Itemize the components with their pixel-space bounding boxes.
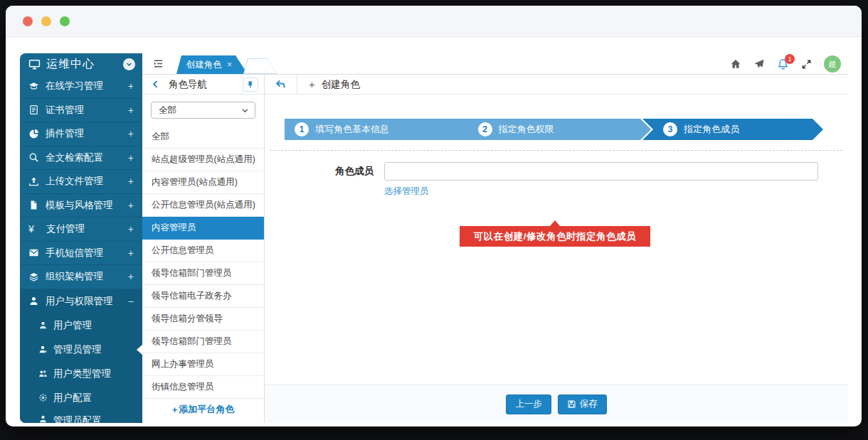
sidebar-subitem-user-config[interactable]: 用户配置 <box>20 386 142 410</box>
sidebar-item-certificates[interactable]: 证书管理 + <box>20 99 142 123</box>
sidebar-group-users-permissions: 用户与权限管理 − 用户管理 管理员管理 用户类型管理 用户配置 <box>20 289 142 424</box>
list-item[interactable]: 内容管理员(站点通用) <box>142 171 264 194</box>
sidebar-item-sms[interactable]: 手机短信管理 + <box>20 242 142 266</box>
sidebar-item-org-structure[interactable]: 组织架构管理 + <box>20 265 142 289</box>
role-members-input[interactable] <box>384 162 818 181</box>
tab-create-role[interactable]: 创建角色 × <box>176 55 248 74</box>
expand-plus-icon: + <box>128 128 134 139</box>
wizard-steps: 1 填写角色基本信息 2 指定角色权限 3 指定角色成员 <box>285 119 828 140</box>
list-item[interactable]: 街镇信息管理员 <box>142 376 264 399</box>
certificate-icon <box>28 104 39 115</box>
active-caret <box>137 345 142 355</box>
wizard-step-1[interactable]: 1 填写角色基本信息 <box>285 119 468 140</box>
sidebar-item-templates[interactable]: 模板与风格管理 + <box>20 194 142 218</box>
list-item[interactable]: 领导信箱电子政务办 <box>142 285 264 308</box>
panel-header: 角色导航 <box>142 75 265 94</box>
select-admin-link[interactable]: 选择管理员 <box>384 186 429 198</box>
list-item[interactable]: 公开信息管理员(站点通用) <box>142 194 264 217</box>
graduation-cap-icon <box>28 81 39 92</box>
role-filter-select[interactable]: 全部 <box>151 102 255 119</box>
add-platform-role-link[interactable]: + 添加平台角色 <box>142 399 264 420</box>
file-icon <box>28 200 39 210</box>
tab-label: 创建角色 <box>186 59 222 71</box>
gear-icon <box>38 393 48 402</box>
bell-icon[interactable]: 1 <box>777 58 789 70</box>
search-icon <box>28 152 39 163</box>
pie-icon <box>28 129 39 139</box>
list-item[interactable]: 领导信箱分管领导 <box>142 308 264 331</box>
sidebar-item-online-learning[interactable]: 在线学习管理 + <box>20 75 142 99</box>
chevron-down-icon <box>241 107 249 114</box>
list-item[interactable]: 领导信箱部门管理员 <box>142 331 264 353</box>
list-item[interactable]: 网上办事管理员 <box>142 353 264 376</box>
collapse-circle-icon[interactable] <box>123 58 135 70</box>
expand-plus-icon: + <box>128 271 134 282</box>
admin-icon <box>38 414 48 424</box>
sidebar-subitem-admin-management[interactable]: 管理员管理 <box>20 338 142 362</box>
role-navigation-panel: 全部 全部 站点超级管理员(站点通用) 内容管理员(站点通用) 公开信息管理员(… <box>142 95 265 423</box>
content-area: 创建角色 × 1 超 <box>142 53 848 423</box>
step-number: 1 <box>295 122 309 136</box>
toolbar-icons: 1 超 <box>730 53 841 75</box>
layers-icon <box>28 272 39 282</box>
body-row: 全部 全部 站点超级管理员(站点通用) 内容管理员(站点通用) 公开信息管理员(… <box>142 95 848 423</box>
close-window-button[interactable] <box>23 16 33 26</box>
expand-plus-icon: + <box>128 104 134 116</box>
panel-title: 角色导航 <box>169 78 243 91</box>
expand-plus-icon: + <box>128 152 134 163</box>
list-item[interactable]: 公开信息管理员 <box>142 240 264 262</box>
sidebar: 运维中心 在线学习管理 + 证书管理 + 插件管理 + 全文检索配置 + <box>20 53 142 423</box>
role-members-row: 角色成员 <box>265 162 848 181</box>
sidebar-item-fulltext-search[interactable]: 全文检索配置 + <box>20 146 142 171</box>
users-icon <box>38 369 48 378</box>
dashed-divider <box>270 150 842 151</box>
sidebar-item-plugins[interactable]: 插件管理 + <box>20 122 142 146</box>
pin-icon[interactable] <box>243 77 258 92</box>
minimize-window-button[interactable] <box>41 16 51 26</box>
page-title: 创建角色 <box>322 78 360 91</box>
sidebar-header[interactable]: 运维中心 <box>20 53 142 75</box>
list-item[interactable]: 领导信箱部门管理员 <box>142 262 264 285</box>
role-members-label: 角色成员 <box>265 165 374 178</box>
upload-icon <box>28 176 39 187</box>
sidebar-subitem-user-management[interactable]: 用户管理 <box>20 313 142 338</box>
plus-icon: + <box>309 78 315 90</box>
sidebar-subitem-admin-config[interactable]: 管理员配置 <box>20 410 142 424</box>
chevron-left-icon[interactable] <box>151 80 160 89</box>
list-item[interactable]: 全部 <box>142 126 264 149</box>
sidebar-item-payments[interactable]: ¥ 支付管理 + <box>20 218 142 242</box>
new-tab-ghost <box>243 58 277 74</box>
yen-icon: ¥ <box>28 223 40 235</box>
wizard-completed-steps: 1 填写角色基本信息 2 指定角色权限 <box>285 119 651 140</box>
fullscreen-icon[interactable] <box>801 59 812 70</box>
user-icon <box>28 296 39 306</box>
sidebar-item-users-permissions[interactable]: 用户与权限管理 − <box>20 289 142 313</box>
main-header: + 创建角色 <box>265 75 848 94</box>
expand-plus-icon: + <box>128 176 134 187</box>
main-panel: 1 填写角色基本信息 2 指定角色权限 3 指定角色成员 <box>265 95 848 423</box>
wizard-step-2[interactable]: 2 指定角色权限 <box>468 119 652 140</box>
tooltip-callout: 可以在创建/修改角色时指定角色成员 <box>460 226 650 247</box>
mail-icon <box>28 247 39 258</box>
sidebar-subitem-user-types[interactable]: 用户类型管理 <box>20 362 142 386</box>
close-tab-icon[interactable]: × <box>227 60 232 70</box>
app-window: 运维中心 在线学习管理 + 证书管理 + 插件管理 + 全文检索配置 + <box>6 6 862 426</box>
window-titlebar <box>6 6 862 37</box>
zoom-window-button[interactable] <box>60 16 70 26</box>
admin-icon <box>38 345 48 354</box>
sidebar-toggle-icon[interactable] <box>152 58 164 72</box>
list-item-selected[interactable]: 内容管理员 <box>142 217 264 240</box>
tooltip-arrow-icon <box>550 220 560 226</box>
save-floppy-icon <box>567 399 576 409</box>
previous-step-button[interactable]: 上一步 <box>506 395 551 414</box>
back-icon[interactable] <box>275 78 287 90</box>
send-icon[interactable] <box>753 58 765 70</box>
expand-plus-icon: + <box>128 80 134 92</box>
home-icon[interactable] <box>730 58 741 70</box>
role-list: 全部 站点超级管理员(站点通用) 内容管理员(站点通用) 公开信息管理员(站点通… <box>142 126 264 420</box>
save-button[interactable]: 保存 <box>558 395 607 414</box>
sidebar-item-upload-files[interactable]: 上传文件管理 + <box>20 170 142 194</box>
wizard-step-3-active[interactable]: 3 指定角色成员 <box>642 119 823 140</box>
list-item[interactable]: 站点超级管理员(站点通用) <box>142 149 264 171</box>
avatar[interactable]: 超 <box>824 55 841 73</box>
